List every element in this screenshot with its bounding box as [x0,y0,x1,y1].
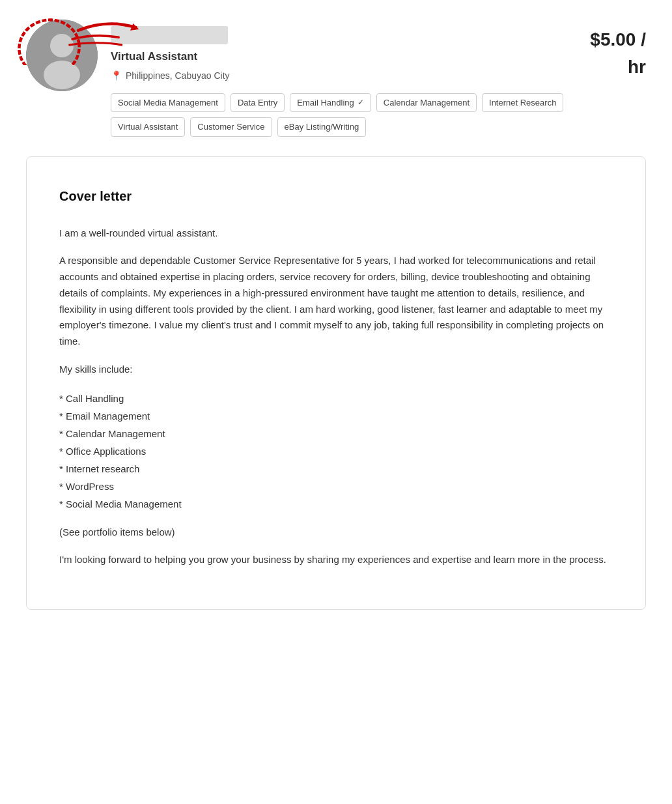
skills-list-item: Internet research [59,460,613,478]
skills-list-item: Call Handling [59,390,613,407]
skill-tag: eBay Listing/Writing [277,117,367,137]
skills-list-item: Office Applications [59,442,613,460]
skill-tag: Social Media Management [111,93,225,113]
page-wrapper: Virtual Assistant 📍 Philippines, Cabuyao… [0,0,672,629]
avatar-container [26,20,98,91]
skills-list-item: Social Media Management [59,495,613,513]
cover-letter-card: Cover letter I am a well-rounded virtual… [26,156,646,610]
skill-tag: Calendar Management [376,93,477,113]
portfolio-note: (See portfolio items below) [59,524,613,541]
profile-location: 📍 Philippines, Cabuyao City [111,69,590,83]
skills-list-item: Email Management [59,407,613,425]
location-icon: 📍 [111,69,122,83]
location-text: Philippines, Cabuyao City [126,69,230,83]
skill-checkmark: ✓ [357,96,364,108]
profile-left: Virtual Assistant 📍 Philippines, Cabuyao… [26,20,590,137]
svg-point-4 [44,61,80,89]
cover-letter-paragraph: I am a well-rounded virtual assistant. [59,225,613,242]
skill-tag: Internet Research [482,93,563,113]
cover-letter-body: I am a well-rounded virtual assistant.A … [59,225,613,569]
profile-info: Virtual Assistant 📍 Philippines, Cabuyao… [111,20,590,137]
skills-list-item: Calendar Management [59,425,613,442]
svg-point-3 [50,34,74,57]
skills-row: Social Media ManagementData EntryEmail H… [111,93,590,137]
skill-tag: Virtual Assistant [111,117,185,137]
profile-header: Virtual Assistant 📍 Philippines, Cabuyao… [26,20,646,137]
avatar [26,20,98,91]
skill-tag: Email Handling ✓ [290,93,371,113]
cover-letter-closing: I'm looking forward to helping you grow … [59,552,613,568]
skills-list: Call HandlingEmail ManagementCalendar Ma… [59,390,613,513]
cover-letter-title: Cover letter [59,186,613,206]
skill-tag: Customer Service [190,117,272,137]
rate-value: $5.00 / hr [590,29,646,77]
cover-letter-paragraph: A responsible and dependable Customer Se… [59,253,613,350]
profile-title: Virtual Assistant [111,48,590,65]
skills-intro: My skills include: [59,362,613,378]
skill-tag: Data Entry [231,93,285,113]
profile-name-redacted [111,26,228,44]
rate-section: $5.00 / hr [590,20,646,81]
skills-list-item: WordPress [59,478,613,495]
